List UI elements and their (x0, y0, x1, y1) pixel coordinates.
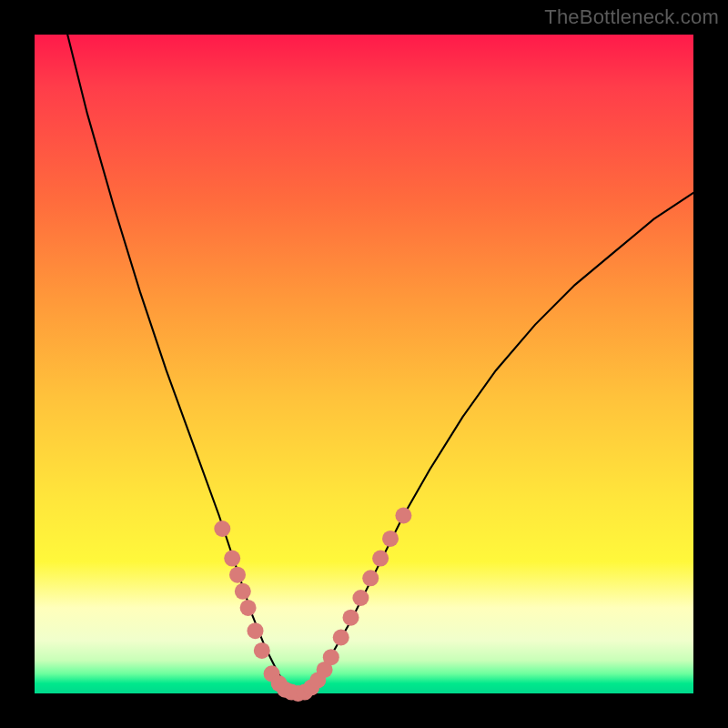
chart-svg (35, 35, 693, 693)
data-point (214, 521, 230, 537)
data-point (254, 642, 270, 659)
data-point (235, 583, 251, 600)
data-point (395, 508, 411, 524)
data-point (382, 531, 399, 547)
data-point (343, 610, 359, 626)
data-point (372, 551, 389, 567)
data-point (323, 649, 339, 665)
data-point (229, 567, 246, 583)
watermark-text: TheBottleneck.com (544, 5, 719, 29)
data-point (352, 590, 369, 606)
data-point (333, 630, 349, 646)
data-markers (214, 508, 411, 703)
bottleneck-curve (67, 35, 693, 693)
data-point (240, 600, 257, 616)
data-point (248, 622, 264, 639)
outer-frame: TheBottleneck.com (0, 0, 728, 728)
data-point (224, 551, 240, 567)
data-point (362, 570, 379, 586)
